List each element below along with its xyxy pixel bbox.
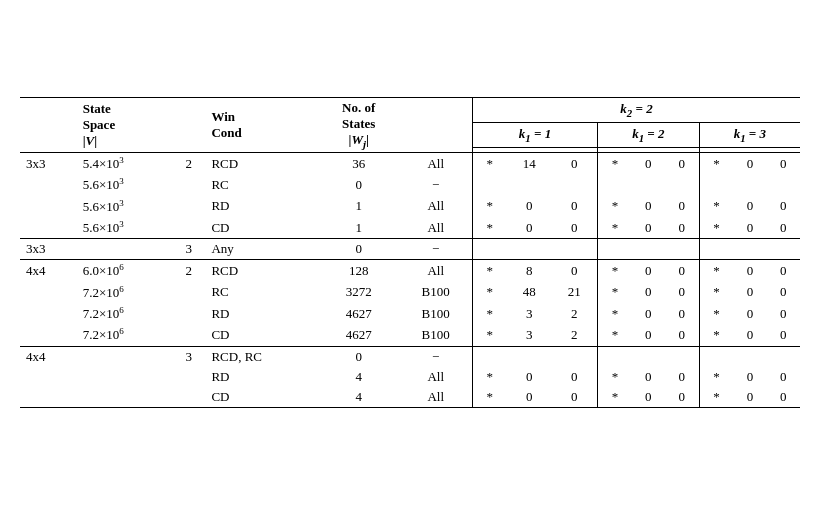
no-states-cell: 1 [318,217,399,239]
no-states-cell: 0 [318,174,399,195]
e3-cell: * [699,196,733,217]
win-cond-cell: RD [205,196,318,217]
no-states-cell: 36 [318,152,399,174]
h2-cell [665,346,699,367]
e2-cell: * [598,282,632,303]
header-row-1: StateSpace|V| WinCond No. ofStates|Wj| k… [20,98,800,123]
no-states-cell: 4627 [318,324,399,346]
m2-cell: 0 [632,387,665,408]
sampling-cell: − [399,346,472,367]
m3-cell: 0 [733,367,766,387]
main-container: StateSpace|V| WinCond No. ofStates|Wj| k… [0,87,820,417]
j-cell [172,367,205,387]
win-cond-cell: RCD [205,260,318,282]
m1-cell [507,239,552,260]
h3-cell: 0 [767,196,800,217]
sampling-cell: B100 [399,303,472,324]
m1-cell: 8 [507,260,552,282]
e3-cell [699,174,733,195]
h3-cell: 0 [767,324,800,346]
table-row: CD4All*00*00*00 [20,387,800,408]
h2-cell: 0 [665,303,699,324]
j-cell [172,303,205,324]
h3-cell: 0 [767,282,800,303]
win-cond-cell: RCD [205,152,318,174]
game-cell [20,174,77,195]
h3-cell [767,346,800,367]
e2-cell: * [598,152,632,174]
state-cell: 5.4×103 [77,152,173,174]
m2-cell: 0 [632,367,665,387]
m3-cell [733,346,766,367]
m2-cell: 0 [632,196,665,217]
e1-cell: * [473,260,507,282]
m1-cell: 3 [507,303,552,324]
no-states-cell: 4627 [318,303,399,324]
no-states-header: No. ofStates|Wj| [318,98,399,153]
m2-cell: 0 [632,324,665,346]
j-cell: 2 [172,152,205,174]
j-cell: 3 [172,239,205,260]
win-cond-cell: RC [205,174,318,195]
sampling-cell: − [399,174,472,195]
e1-cell: * [473,152,507,174]
win-cond-cell: Any [205,239,318,260]
m1-cell: 0 [507,196,552,217]
h2-cell: 0 [665,196,699,217]
m1-cell: 14 [507,152,552,174]
m1-cell: 0 [507,217,552,239]
h1-cell: 0 [552,260,598,282]
e2-cell: * [598,324,632,346]
m2-cell: 0 [632,152,665,174]
no-states-cell: 3272 [318,282,399,303]
e3-cell: * [699,367,733,387]
e3-cell: * [699,282,733,303]
sampling-cell: All [399,196,472,217]
table-row: 5.6×103CD1All*00*00*00 [20,217,800,239]
sampling-cell: All [399,152,472,174]
h2-cell [665,174,699,195]
game-header [20,98,77,153]
h3-cell: 0 [767,303,800,324]
k1-3-header: k1 = 3 [699,122,800,147]
m1-cell [507,174,552,195]
game-cell [20,324,77,346]
e3-cell: * [699,324,733,346]
no-states-cell: 128 [318,260,399,282]
win-cond-cell: RCD, RC [205,346,318,367]
no-states-cell: 4 [318,387,399,408]
table-row: 7.2×106CD4627B100*32*00*00 [20,324,800,346]
e3-cell: * [699,303,733,324]
e1-cell: * [473,303,507,324]
j-cell [172,174,205,195]
state-cell [77,387,173,408]
m3-cell [733,239,766,260]
e3-cell: * [699,387,733,408]
h2-cell: 0 [665,282,699,303]
m3-cell: 0 [733,196,766,217]
table-row: 4x43RCD, RC0− [20,346,800,367]
e1-cell: * [473,196,507,217]
no-states-cell: 1 [318,196,399,217]
table-row: 7.2×106RC3272B100*4821*00*00 [20,282,800,303]
no-states-label: No. ofStates|Wj| [342,100,375,147]
win-cond-cell: RC [205,282,318,303]
m1-cell: 0 [507,387,552,408]
win-cond-cell: CD [205,387,318,408]
h1-cell [552,174,598,195]
game-cell [20,387,77,408]
h1-cell: 0 [552,152,598,174]
e1-cell [473,174,507,195]
sampling-cell: All [399,260,472,282]
h1-cell: 0 [552,217,598,239]
state-cell: 5.6×103 [77,217,173,239]
sampling-cell: B100 [399,324,472,346]
j-cell [172,282,205,303]
m3-cell: 0 [733,303,766,324]
h2-cell: 0 [665,324,699,346]
e1-cell [473,239,507,260]
m2-cell [632,346,665,367]
state-cell [77,239,173,260]
e2-cell: * [598,367,632,387]
state-cell: 5.6×103 [77,196,173,217]
